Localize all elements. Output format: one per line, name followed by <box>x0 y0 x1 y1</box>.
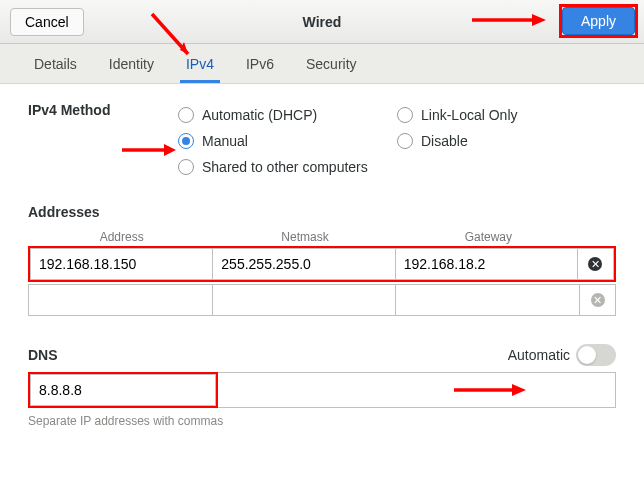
tab-ipv4[interactable]: IPv4 <box>170 44 230 83</box>
switch-knob-icon <box>578 346 596 364</box>
dns-input[interactable] <box>30 374 216 406</box>
radio-icon <box>178 133 194 149</box>
address-input[interactable] <box>30 248 213 280</box>
dns-label: DNS <box>28 347 58 363</box>
radio-icon <box>178 159 194 175</box>
radio-manual[interactable]: Manual <box>178 128 397 154</box>
dns-automatic-toggle[interactable] <box>576 344 616 366</box>
gateway-input[interactable] <box>396 284 580 316</box>
col-netmask: Netmask <box>213 230 396 244</box>
remove-address-button[interactable]: ✕ <box>580 284 616 316</box>
radio-label: Automatic (DHCP) <box>202 107 317 123</box>
address-row: ✕ <box>28 246 616 282</box>
col-address: Address <box>30 230 213 244</box>
radio-label: Disable <box>421 133 468 149</box>
addresses-header: Address Netmask Gateway <box>28 230 616 244</box>
radio-link-local[interactable]: Link-Local Only <box>397 102 616 128</box>
ipv4-method-label: IPv4 Method <box>28 102 178 180</box>
netmask-input[interactable] <box>213 248 395 280</box>
cancel-button[interactable]: Cancel <box>10 8 84 36</box>
radio-label: Shared to other computers <box>202 159 368 175</box>
radio-icon <box>397 107 413 123</box>
tab-details[interactable]: Details <box>18 44 93 83</box>
apply-button[interactable]: Apply <box>562 7 635 35</box>
radio-icon <box>178 107 194 123</box>
tab-ipv6[interactable]: IPv6 <box>230 44 290 83</box>
radio-automatic-dhcp[interactable]: Automatic (DHCP) <box>178 102 397 128</box>
radio-label: Link-Local Only <box>421 107 518 123</box>
tab-bar: Details Identity IPv4 IPv6 Security <box>0 44 644 84</box>
remove-icon: ✕ <box>591 293 605 307</box>
header-bar: Cancel Wired Apply <box>0 0 644 44</box>
content-pane: IPv4 Method Automatic (DHCP) Manual Shar… <box>0 84 644 503</box>
address-row: ✕ <box>28 284 616 316</box>
netmask-input[interactable] <box>213 284 397 316</box>
tab-security[interactable]: Security <box>290 44 373 83</box>
col-gateway: Gateway <box>397 230 580 244</box>
address-input[interactable] <box>28 284 213 316</box>
radio-shared[interactable]: Shared to other computers <box>178 154 397 180</box>
radio-label: Manual <box>202 133 248 149</box>
dns-input-rest[interactable] <box>218 372 616 408</box>
tab-identity[interactable]: Identity <box>93 44 170 83</box>
remove-address-button[interactable]: ✕ <box>578 248 614 280</box>
window-title: Wired <box>303 14 342 30</box>
radio-icon <box>397 133 413 149</box>
remove-icon: ✕ <box>588 257 602 271</box>
radio-disable[interactable]: Disable <box>397 128 616 154</box>
gateway-input[interactable] <box>396 248 578 280</box>
dns-automatic-label: Automatic <box>508 347 570 363</box>
dns-hint: Separate IP addresses with commas <box>28 414 616 428</box>
addresses-label: Addresses <box>28 204 616 220</box>
